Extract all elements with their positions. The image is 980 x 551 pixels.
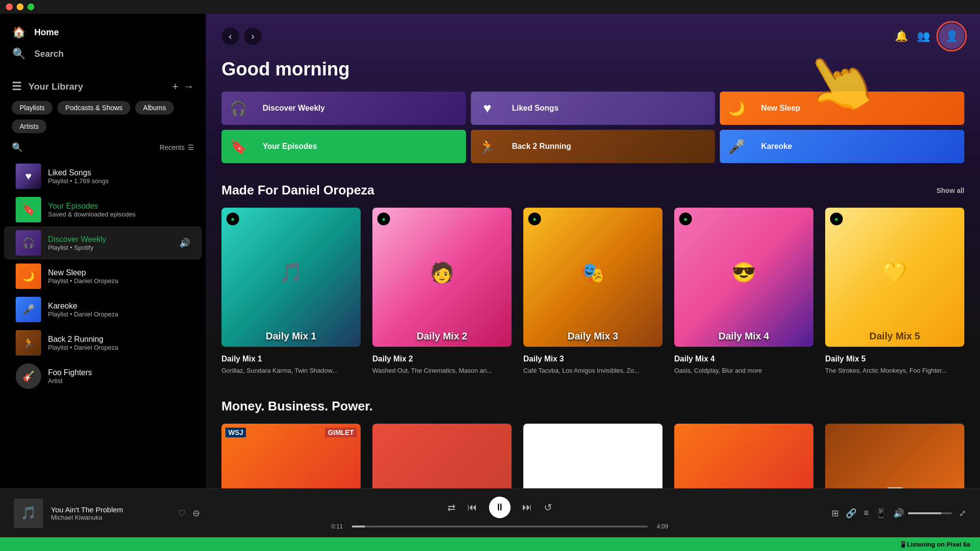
close-button[interactable]: [6, 3, 13, 10]
progress-fill: [352, 526, 365, 527]
repeat-button[interactable]: ↺: [544, 502, 552, 513]
library-search-button[interactable]: 🔍: [12, 142, 23, 153]
daily-mix-2-title: Daily Mix 2: [372, 355, 512, 363]
filter-tab-albums[interactable]: Albums: [135, 101, 174, 115]
app-body: 🏠 Home 🔍 Search ☰ Your Library + → Playl…: [0, 14, 980, 488]
daily-mix-1-title: Daily Mix 1: [221, 355, 361, 363]
quick-access-grid: 🎧 Discover Weekly ♥ Liked Songs 🌙 New Sl…: [221, 92, 964, 163]
library-item-new-sleep[interactable]: 🌙 New Sleep Playlist • Daniel Oropeza: [4, 260, 202, 293]
player-controls: ⇄ ⏮ ⏸ ⏭ ↺: [447, 497, 552, 518]
new-sleep-artwork: 🌙: [16, 264, 41, 289]
forward-button[interactable]: ›: [244, 27, 262, 45]
minimize-button[interactable]: [17, 3, 24, 10]
main-content: ‹ › 🔔 👥 👤 👆 Good morning 🎧: [206, 14, 980, 488]
your-episodes-artwork: 🔖: [16, 197, 41, 222]
card-daily-mix-3[interactable]: Daily Mix 3 🎭 ● ▶ Daily Mix 3 Café Tacvb…: [523, 208, 662, 375]
maximize-button[interactable]: [27, 3, 34, 10]
fullscreen-button[interactable]: ⤢: [959, 508, 966, 519]
podcast-3-artwork: Spotify WSJ: [523, 424, 662, 488]
like-button[interactable]: ♡: [178, 508, 186, 519]
user-avatar[interactable]: 👤: [939, 24, 964, 49]
card-daily-mix-5[interactable]: Daily Mix 5 💛 ● ▶ Daily Mix 5 The Stroke…: [825, 208, 964, 375]
now-playing-artist: Michael Kiwanuka: [51, 514, 170, 521]
kareoke-artwork: 🎤: [16, 297, 41, 322]
sidebar-nav: 🏠 Home 🔍 Search: [0, 14, 206, 72]
friends-button[interactable]: 👥: [917, 30, 930, 43]
foo-fighters-info: Foo Fighters Artist: [48, 368, 190, 384]
back2running-name: Back 2 Running: [48, 335, 190, 344]
card-daily-mix-2[interactable]: Daily Mix 2 🧑 ● ▶ Daily Mix 2 Washed Out…: [372, 208, 512, 375]
card-podcast-3[interactable]: Spotify WSJ ▶: [523, 424, 662, 488]
back2running-artwork: 🏃: [16, 330, 41, 356]
made-for-title: Made For Daniel Oropeza: [221, 183, 374, 198]
previous-button[interactable]: ⏮: [467, 502, 477, 513]
podcast-2-img-wrapper: THE ▶: [372, 424, 512, 488]
back-button[interactable]: ‹: [221, 27, 239, 45]
shuffle-button[interactable]: ⇄: [447, 502, 456, 513]
library-item-kareoke[interactable]: 🎤 Kareoke Playlist • Daniel Oropeza: [4, 293, 202, 326]
filter-tab-podcasts[interactable]: Podcasts & Shows: [57, 101, 130, 115]
progress-track[interactable]: [352, 526, 648, 527]
quick-item-back2running[interactable]: 🏃 Back 2 Running: [471, 130, 715, 163]
notifications-button[interactable]: 🔔: [895, 30, 908, 43]
library-item-discover-weekly[interactable]: 🎧 Discover Weekly Playlist • Spotify 🔊: [4, 226, 202, 260]
daily-mix-1-img-wrapper: Daily Mix 1 🎵 ● ▶: [221, 208, 361, 347]
library-item-back2running[interactable]: 🏃 Back 2 Running Playlist • Daniel Orope…: [4, 326, 202, 359]
next-button[interactable]: ⏭: [522, 502, 532, 513]
home-icon: 🏠: [12, 25, 25, 39]
quick-kareoke-img: 🎤: [720, 130, 753, 163]
progress-bar: 0:11 4:09: [328, 523, 671, 530]
play-pause-button[interactable]: ⏸: [489, 497, 511, 518]
card-daily-mix-1[interactable]: Daily Mix 1 🎵 ● ▶ Daily Mix 1 Gorillaz, …: [221, 208, 361, 375]
connect-button[interactable]: 🔗: [846, 508, 857, 519]
card-podcast-2[interactable]: THE ▶: [372, 424, 512, 488]
liked-songs-info: Liked Songs Playlist • 1,769 songs: [48, 168, 190, 185]
library-item-foo-fighters[interactable]: 🎸 Foo Fighters Artist: [4, 359, 202, 393]
queue-button[interactable]: ⊞: [832, 508, 839, 519]
main-scroll[interactable]: Good morning 🎧 Discover Weekly ♥ Liked S…: [206, 59, 980, 488]
daily-mix-3-sub: Café Tacvba, Los Amigos Invisibles, Zo..…: [523, 366, 662, 375]
quick-liked-img: ♥: [471, 92, 504, 125]
listening-on-icon: 📱: [899, 541, 907, 548]
card-podcast-1[interactable]: WSJ GIMLET ▶: [221, 424, 361, 488]
library-icon: ☰: [12, 80, 22, 93]
your-episodes-sub: Saved & downloaded episodes: [48, 211, 190, 218]
quick-item-new-sleep[interactable]: 🌙 New Sleep: [720, 92, 964, 125]
volume-icon[interactable]: 🔊: [893, 508, 904, 519]
quick-item-your-episodes[interactable]: 🔖 Your Episodes: [221, 130, 466, 163]
daily-mix-3-title: Daily Mix 3: [523, 355, 662, 363]
library-add-button[interactable]: +: [172, 80, 178, 93]
sidebar-item-search[interactable]: 🔍 Search: [12, 43, 194, 65]
card-podcast-4[interactable]: THE ▶: [674, 424, 813, 488]
daily-mix-1-sub: Gorillaz, Sundara Karma, Twin Shadow...: [221, 366, 361, 375]
sidebar-item-home[interactable]: 🏠 Home: [12, 22, 194, 43]
player-center: ⇄ ⏮ ⏸ ⏭ ↺ 0:11 4:09: [200, 497, 800, 530]
total-time: 4:09: [654, 523, 671, 530]
header-right: 🔔 👥 👤 👆: [895, 24, 964, 49]
lyrics-button[interactable]: ≡: [863, 508, 869, 518]
quick-item-discover-weekly[interactable]: 🎧 Discover Weekly: [221, 92, 466, 125]
new-sleep-name: New Sleep: [48, 268, 190, 277]
discover-weekly-name: Discover Weekly: [48, 235, 172, 244]
playing-indicator: 🔊: [179, 238, 190, 248]
made-for-show-all[interactable]: Show all: [936, 187, 964, 194]
filter-tab-artists[interactable]: Artists: [12, 120, 47, 133]
quick-item-kareoke[interactable]: 🎤 Kareoke: [720, 130, 964, 163]
quick-item-liked-songs[interactable]: ♥ Liked Songs: [471, 92, 715, 125]
search-icon: 🔍: [12, 47, 25, 61]
player-like-actions: ♡ ⊖: [178, 508, 200, 519]
filter-tab-playlists[interactable]: Playlists: [12, 101, 52, 115]
card-podcast-5[interactable]: 📰 ▶: [825, 424, 964, 488]
daily-mix-1-badge: ●: [226, 213, 239, 225]
quick-kareoke-name: Kareoke: [753, 142, 800, 151]
library-item-liked-songs[interactable]: ♥ Liked Songs Playlist • 1,769 songs: [4, 160, 202, 193]
search-recents-bar: 🔍 Recents ☰: [0, 137, 206, 158]
daily-mix-4-img-wrapper: Daily Mix 4 😎 ● ▶: [674, 208, 813, 347]
card-daily-mix-4[interactable]: Daily Mix 4 😎 ● ▶ Daily Mix 4 Oasis, Col…: [674, 208, 813, 375]
library-expand-button[interactable]: →: [183, 80, 194, 93]
quick-discover-name: Discover Weekly: [255, 104, 333, 113]
library-item-your-episodes[interactable]: 🔖 Your Episodes Saved & downloaded episo…: [4, 193, 202, 226]
device-button[interactable]: 📱: [876, 508, 886, 519]
add-to-playlist-button[interactable]: ⊖: [193, 508, 200, 519]
volume-track[interactable]: [908, 512, 952, 514]
